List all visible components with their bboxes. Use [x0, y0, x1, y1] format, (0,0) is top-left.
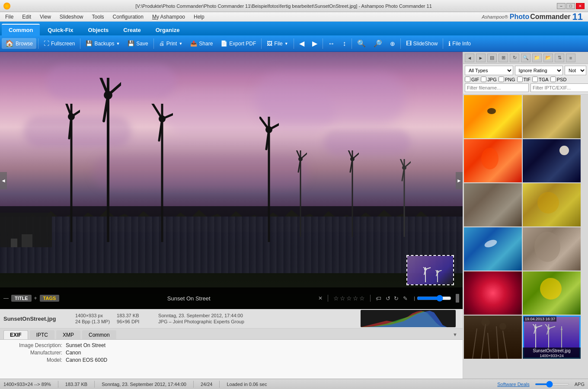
zoom-in-icon: ⊕	[390, 40, 395, 47]
zoom-slider[interactable]	[535, 383, 569, 385]
tab-objects[interactable]: Objects	[81, 25, 116, 35]
tab-create[interactable]: Create	[116, 25, 147, 35]
status-zoom-label: APG	[575, 382, 585, 387]
refresh-button[interactable]: ↻	[510, 54, 519, 62]
thumbnail[interactable]	[464, 316, 522, 359]
view-detail-button[interactable]: ▤	[487, 54, 497, 62]
iptc-filter-input[interactable]	[530, 83, 588, 92]
thumbnail[interactable]	[523, 227, 581, 271]
caption-minus-button[interactable]: —	[3, 295, 9, 301]
thumbnail[interactable]	[464, 271, 522, 315]
tif-checkbox[interactable]	[517, 77, 523, 82]
menu-configuration[interactable]: Configuration	[109, 13, 147, 21]
edit-icon[interactable]: ✎	[403, 295, 408, 302]
tab-common[interactable]: Common	[2, 24, 40, 35]
nav-back-button[interactable]: ◄	[465, 54, 474, 62]
extra-filter-select[interactable]: Not o	[565, 66, 586, 75]
star-rating[interactable]: ☆ ☆ ☆ ☆ ☆	[333, 295, 365, 302]
minimize-button[interactable]: –	[557, 3, 566, 9]
folder-new-button[interactable]: 📁	[532, 54, 542, 62]
filename-filter-input[interactable]	[465, 83, 529, 92]
share-button[interactable]: 📤 Share	[187, 39, 216, 48]
svg-line-32	[399, 159, 404, 168]
gif-checkbox[interactable]	[465, 77, 470, 82]
thumb-row	[464, 227, 587, 271]
thumb-row	[464, 271, 587, 315]
right-filters: All Types Ignore Rating Not o GIF JPG PN…	[463, 64, 588, 94]
prev-image-arrow[interactable]: ◄	[0, 172, 7, 189]
menu-myashampoo[interactable]: My Ashampoo	[149, 13, 189, 21]
print-button[interactable]: 🖨 Print ▼	[156, 39, 186, 48]
tab-exif[interactable]: EXIF	[3, 330, 28, 339]
menu-edit[interactable]: Edit	[19, 13, 35, 21]
next-image-arrow[interactable]: ►	[456, 172, 463, 189]
menu-slideshow[interactable]: Slideshow	[56, 13, 87, 21]
png-checkbox[interactable]	[499, 77, 504, 82]
maximize-button[interactable]: □	[566, 3, 575, 9]
tags-toggle[interactable]: TAGS	[40, 295, 60, 302]
fileinfo-button[interactable]: ℹ File Info	[445, 39, 474, 48]
menu-view[interactable]: View	[36, 13, 54, 21]
thumbnail[interactable]	[464, 139, 522, 182]
tga-checkbox[interactable]	[532, 77, 538, 82]
brightness-slider[interactable]	[417, 295, 451, 302]
tab-organize[interactable]: Organize	[149, 25, 187, 35]
image-view: ◄ ►	[0, 52, 463, 309]
fullscreen-button[interactable]: ⛶ Fullscreen	[40, 39, 78, 48]
backups-button[interactable]: 💾 Backups ▼	[82, 39, 123, 48]
rotate-right-icon[interactable]: ↻	[394, 295, 399, 302]
type-filter-select[interactable]: All Types	[465, 66, 513, 75]
next-button[interactable]: ▶	[309, 38, 321, 49]
flip-h-button[interactable]: ↔	[325, 38, 339, 49]
tab-xmp[interactable]: XMP	[56, 330, 80, 339]
tab-quickfix[interactable]: Quick-Fix	[41, 25, 80, 35]
app-icon	[3, 3, 10, 10]
toolbar-separator-2	[80, 38, 80, 49]
browse-button[interactable]: 🏠 Browse	[2, 38, 36, 49]
toolbar-separator	[38, 38, 38, 49]
exif-content: Image Description: Sunset On Street Manu…	[0, 340, 463, 379]
zoom-fit-button[interactable]: 🔎	[370, 38, 386, 49]
rotate-icon[interactable]: ↺	[386, 295, 390, 302]
search-button[interactable]: 🔍	[521, 54, 530, 62]
thumbnail-selected[interactable]: 19.04.2013 16:37 SunsetOnStreet.jpg1400×…	[523, 316, 581, 359]
file-button[interactable]: 🖼 File ▼	[263, 39, 291, 48]
jpg-checkbox[interactable]	[481, 77, 486, 82]
flip-v-icon: ↕	[343, 40, 346, 48]
menu-file[interactable]: File	[2, 13, 17, 21]
status-ads[interactable]: Software Deals	[497, 382, 530, 387]
title-toggle[interactable]: TITLE	[11, 295, 32, 302]
caption-close[interactable]: ✕	[318, 295, 323, 301]
thumbnail[interactable]	[464, 227, 522, 271]
nav-forward-button[interactable]: ►	[476, 54, 486, 62]
view-grid-button[interactable]: ⊞	[499, 54, 508, 62]
exportpdf-button[interactable]: 📄 Export PDF	[217, 39, 259, 48]
thumbnail[interactable]	[523, 271, 581, 315]
pdf-icon: 📄	[220, 40, 227, 47]
thumbnail[interactable]	[523, 139, 581, 182]
zoom-out-button[interactable]: 🔍	[354, 38, 369, 49]
rating-filter-select[interactable]: Ignore Rating	[515, 66, 563, 75]
save-button[interactable]: 💾 Save	[124, 39, 151, 48]
thumbnail[interactable]	[464, 95, 522, 138]
thumbnail[interactable]	[523, 95, 581, 138]
status-date: Sonntag, 23. September 2012, 17:44:00	[102, 382, 186, 387]
psd-checkbox[interactable]	[550, 77, 556, 82]
caption-scroll[interactable]	[456, 294, 459, 303]
prev-button[interactable]: ◀	[296, 38, 308, 49]
thumbnail[interactable]	[464, 183, 522, 226]
menu-tools[interactable]: Tools	[89, 13, 108, 21]
close-button[interactable]: ✕	[576, 3, 585, 9]
sort-button[interactable]: ⇅	[555, 54, 564, 62]
caption-plus-button[interactable]: +	[34, 295, 37, 301]
tab-common-exif[interactable]: Common	[82, 330, 116, 339]
flip-v-button[interactable]: ↕	[339, 38, 350, 49]
slideshow-button[interactable]: 🎞 SlideShow	[403, 39, 441, 48]
thumbnail[interactable]	[523, 183, 581, 226]
more-button[interactable]: ≡	[566, 54, 575, 62]
folder-open-button[interactable]: 📂	[543, 54, 553, 62]
tab-iptc[interactable]: IPTC	[30, 330, 54, 339]
zoom-in-button[interactable]: ⊕	[387, 39, 399, 48]
tag-icon[interactable]: 🏷	[376, 295, 381, 302]
menu-help[interactable]: Help	[190, 13, 208, 21]
